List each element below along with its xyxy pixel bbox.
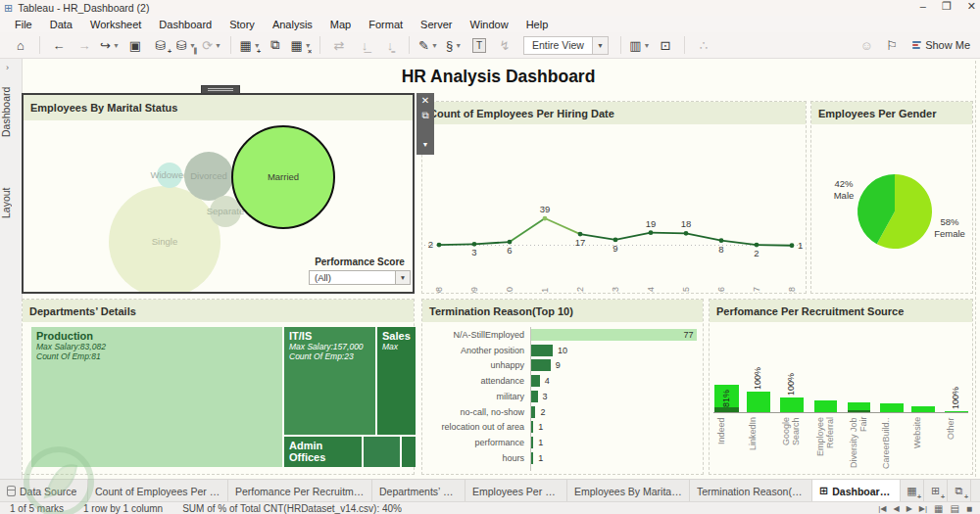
tooltip-icon[interactable]: ⚐ xyxy=(881,35,903,56)
show-cards-icon[interactable]: ▥▼ xyxy=(629,35,651,56)
more-options-icon[interactable]: ▼ xyxy=(422,139,429,151)
next-sheet-icon[interactable]: ▶ xyxy=(906,504,912,513)
label-icon[interactable]: T xyxy=(468,35,490,56)
rec-bar-linkedin[interactable] xyxy=(747,392,770,412)
redo-icon[interactable]: ↪▼ xyxy=(99,35,121,56)
home-icon[interactable]: ⌂ xyxy=(10,35,31,56)
rec-bar-employee-referral[interactable] xyxy=(814,400,837,412)
rec-bar-other[interactable] xyxy=(945,411,968,413)
new-dashboard-icon[interactable]: ⊞+ xyxy=(924,480,948,502)
clear-sheet-icon[interactable]: ▦×▼ xyxy=(290,35,312,56)
term-bar-1[interactable] xyxy=(531,345,553,356)
term-bar-0[interactable] xyxy=(531,329,697,341)
treemap-cell[interactable] xyxy=(402,437,416,467)
tab-employees-by-marital-status[interactable]: Employees By Marital Status xyxy=(567,480,690,502)
term-bar-7[interactable] xyxy=(531,437,533,448)
term-bar-6[interactable] xyxy=(531,421,533,433)
zone-drag-handle[interactable] xyxy=(201,85,240,94)
tab-employees-per-gender[interactable]: Employees Per Gender xyxy=(466,480,567,502)
presentation-icon[interactable]: ⊡ xyxy=(655,35,676,56)
menu-format[interactable]: Format xyxy=(360,18,412,31)
menu-window[interactable]: Window xyxy=(462,18,517,31)
new-worksheet-icon[interactable]: ▦+ xyxy=(901,480,924,502)
smiley-icon[interactable]: ☺ xyxy=(856,35,877,56)
menu-worksheet[interactable]: Worksheet xyxy=(81,18,150,31)
menu-analysis[interactable]: Analysis xyxy=(264,18,321,31)
panel-departments[interactable]: Departments’ Details ProductionMax Salar… xyxy=(22,299,415,475)
refresh-icon[interactable]: ⟳▼ xyxy=(201,35,222,56)
menu-data[interactable]: Data xyxy=(41,18,81,31)
show-me-button[interactable]: Show Me xyxy=(912,39,970,51)
new-story-icon[interactable]: ⧉+ xyxy=(948,480,971,502)
menu-file[interactable]: File xyxy=(6,18,41,31)
line-point-2009[interactable] xyxy=(472,242,477,247)
sidebar-tab-dashboard[interactable]: Dashboard xyxy=(0,76,22,147)
line-point-2013[interactable] xyxy=(613,238,618,243)
share-icon[interactable]: ∴ xyxy=(693,35,714,56)
treemap-cell-it-is[interactable]: IT/ISMax Salary:157,000Count Of Emp:23 xyxy=(284,327,375,435)
treemap-cell-sales[interactable]: SalesMax xyxy=(377,327,416,435)
tab-dashboard-1[interactable]: ⊞Dashboard 1 xyxy=(812,480,901,502)
maximize-button[interactable]: ❐ xyxy=(942,0,952,13)
line-point-2015[interactable] xyxy=(684,231,689,236)
expand-pane-icon[interactable]: › xyxy=(6,63,9,72)
close-icon[interactable]: ✕ xyxy=(421,95,429,107)
line-point-2011[interactable] xyxy=(543,216,548,221)
menu-map[interactable]: Map xyxy=(321,18,360,31)
menu-help[interactable]: Help xyxy=(517,18,558,31)
new-worksheet-icon[interactable]: ▦+▼ xyxy=(239,35,261,56)
term-bar-5[interactable] xyxy=(531,406,535,418)
paperclip-icon[interactable]: §▼ xyxy=(443,35,465,56)
term-bar-3[interactable] xyxy=(531,375,540,387)
panel-recruitment[interactable]: Perfomance Per Recruitment Source 81%Ind… xyxy=(709,299,973,475)
rec-bar-google-search[interactable] xyxy=(780,397,804,412)
line-point-2008[interactable] xyxy=(437,243,442,248)
performance-score-filter[interactable]: (All) ▼ xyxy=(309,270,411,285)
pause-data-icon[interactable]: ⛁∥▼ xyxy=(175,35,197,56)
chevron-down-icon[interactable]: ▼ xyxy=(395,271,410,284)
tab-data-source[interactable]: Data Source xyxy=(0,480,88,502)
menu-dashboard[interactable]: Dashboard xyxy=(150,18,220,31)
back-icon[interactable]: ← xyxy=(48,35,70,56)
treemap-cell-production[interactable]: ProductionMax Salary:83,082Count Of Emp:… xyxy=(31,327,282,467)
panel-hiring-date[interactable]: Count of Employees Per Hiring Date 22008… xyxy=(421,101,807,294)
tiles-view-icon[interactable]: ▦ xyxy=(934,503,943,514)
panel-marital-status[interactable]: SingleWidowedDivorcedSeparateMarried Emp… xyxy=(22,93,415,294)
panel-gender[interactable]: Employees Per Gender 42%Male58%Female xyxy=(810,101,973,294)
tab-perfomance-per-recruitment-so-[interactable]: Perfomance Per Recruitment So... xyxy=(228,480,372,502)
swap-icon[interactable]: ⇄ xyxy=(328,35,350,56)
rec-bar-careerbuild-[interactable] xyxy=(880,403,904,412)
highlight-icon[interactable]: ✎▼ xyxy=(417,35,439,56)
line-point-2012[interactable] xyxy=(578,232,583,237)
rec-bar-website[interactable] xyxy=(911,406,935,412)
term-bar-8[interactable] xyxy=(531,452,533,464)
term-bar-2[interactable] xyxy=(531,359,551,371)
save-icon[interactable]: ▣ xyxy=(124,35,146,56)
fit-selector[interactable]: Entire View▼ xyxy=(523,36,609,55)
add-data-icon[interactable]: ⛁+ xyxy=(150,35,172,56)
minimize-button[interactable]: – xyxy=(920,0,926,13)
sort-descending-icon[interactable]: ↓̳ xyxy=(379,35,401,56)
close-button[interactable]: ✕ xyxy=(967,0,976,13)
tab-count-of-employees-per-hiring-[interactable]: Count of Employees Per Hiring ... xyxy=(88,480,228,502)
tab-termination-reason-top-10-[interactable]: Termination Reason(Top 10) xyxy=(690,480,812,502)
tab-departments-details[interactable]: Departments’ Details xyxy=(372,480,466,502)
chevron-down-icon[interactable]: ▼ xyxy=(592,37,608,54)
panel-termination[interactable]: Termination Reason(Top 10) N/A-StillEmpl… xyxy=(421,299,704,475)
prev-sheet-icon[interactable]: ◀ xyxy=(894,504,900,513)
go-to-sheet-icon[interactable]: ⧉ xyxy=(421,110,428,121)
menu-story[interactable]: Story xyxy=(220,18,264,31)
line-point-2018[interactable] xyxy=(790,243,795,248)
term-bar-4[interactable] xyxy=(531,391,538,402)
last-sheet-icon[interactable]: ▶| xyxy=(919,504,927,513)
menu-server[interactable]: Server xyxy=(412,18,461,31)
fix-axes-icon[interactable]: ↯ xyxy=(494,35,515,56)
sheet-view-icon[interactable]: ■ xyxy=(966,503,972,514)
line-point-2017[interactable] xyxy=(755,243,760,248)
line-point-2016[interactable] xyxy=(719,238,724,243)
duplicate-icon[interactable]: ⧉ xyxy=(265,35,286,56)
sidebar-tab-layout[interactable]: Layout xyxy=(0,178,22,227)
rec-bar-base-segment[interactable] xyxy=(714,407,739,412)
sort-ascending-icon[interactable]: ↓̲ xyxy=(354,35,375,56)
filmstrip-view-icon[interactable]: ▤ xyxy=(951,503,959,514)
